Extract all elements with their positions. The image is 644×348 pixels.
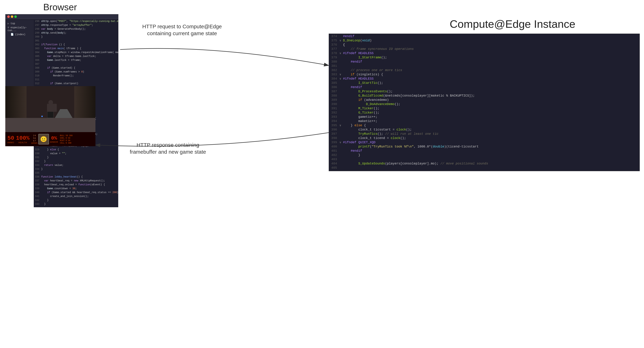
- browser-panel: ▷ top ▽ especially-cun... 📄 (index) 296 …: [5, 14, 118, 90]
- hud-bull-cur: 50: [66, 134, 68, 137]
- compute-line-389: 389 if (advancedemo): [329, 98, 640, 102]
- compute-line-394: 394 maketic++;: [329, 119, 640, 124]
- compute-line-404: 404 S_UpdateSounds(players[consoleplayer…: [329, 162, 640, 166]
- hud-face-emoji: 😐: [40, 136, 47, 143]
- code-line-340: 340 if (Game.started && heartbeat_req.st…: [34, 191, 118, 195]
- compute-line-397: 397 TryRunTics(); // will run at least o…: [329, 132, 640, 136]
- maximize-dot: [14, 15, 17, 18]
- hud-rckt-label: RCKT: [60, 139, 65, 142]
- code-line-311: 311: [34, 78, 118, 82]
- file-sidebar: ▷ top ▽ especially-cun... 📄 (index): [6, 20, 34, 90]
- hud-armor-value: 0%: [51, 135, 57, 141]
- hud-cell-label: CELL: [60, 142, 65, 144]
- hud-arms-section: 24 56 67 ARMS: [31, 134, 38, 144]
- compute-line-388: 388 G_BuildTiccmd(&netcmds[consoleplayer…: [329, 94, 640, 98]
- compute-line-395: 395 ∨ } else {: [329, 124, 640, 128]
- code-line-308: 308 if (Game.started) {: [34, 67, 118, 70]
- compute-edge-title: Compute@Edge Instance: [406, 18, 618, 30]
- hud-ammo-value: 50: [8, 135, 14, 141]
- code-line-337: 337 var heartbeat_req = new XMLHttpReque…: [34, 179, 118, 183]
- doom-scene: [5, 86, 96, 132]
- code-line-341: 341 create_and_join_session();: [34, 195, 118, 199]
- code-line-303: 303 function main( tframe ) {: [34, 47, 118, 51]
- browser-title: Browser: [32, 2, 88, 12]
- compute-line-378: 378 ∨ #ifndef HEADLESS: [329, 52, 640, 56]
- code-line-307: 307: [34, 63, 118, 67]
- compute-line-376: 376 {: [329, 43, 640, 47]
- code-line-304: 304 Game.stopMain = window.requestAnimat…: [34, 51, 118, 55]
- code-line-300: 300 }: [34, 35, 118, 39]
- code-line-298: 298 var body = GeneratePostBody();: [34, 28, 118, 32]
- doom-enemy: [47, 104, 57, 112]
- code-line-335: 335: [34, 172, 118, 175]
- minimize-dot: [11, 15, 13, 18]
- compute-line-402: 402 }: [329, 153, 640, 158]
- compute-line-405: 405: [329, 166, 640, 170]
- compute-line-401: 401 #endif: [329, 149, 640, 153]
- code-line-302: 302 if(function () {: [34, 43, 118, 47]
- code-line-330: 330 value = "";: [34, 152, 118, 156]
- code-line-336: 336 function lobby_heartbeat() {: [34, 175, 118, 179]
- hud-ammo-counts: BULL 50 200 SHEL 0 50 RCKT 0 50 CELL 0 3…: [60, 134, 73, 144]
- compute-line-393: 393 gametic++;: [329, 115, 640, 119]
- code-line-309: 309 if (Game.numFrames > 0): [34, 70, 118, 74]
- compute-line-374: 374 #endif: [329, 35, 640, 39]
- compute-line-400: 400 printf("TryRunTics took %f\n", 1000.…: [329, 145, 640, 149]
- close-dot: [7, 15, 10, 18]
- compute-line-386: 386 #endif: [329, 85, 640, 90]
- code-line-338: 338 heartbeat_req.onload = function(oEve…: [34, 183, 118, 187]
- sidebar-item-index: 📄 (index): [6, 32, 34, 37]
- code-line-301: 301: [34, 39, 118, 43]
- code-line-343: 343 }: [34, 203, 118, 207]
- compute-line-381: 381: [329, 64, 640, 69]
- hud-shel-label: SHEL: [60, 137, 65, 139]
- hud-bull-label: BULL: [60, 134, 65, 137]
- hud-arms-label: ARMS: [31, 142, 38, 144]
- browser-titlebar: [6, 14, 118, 19]
- compute-line-403: 403: [329, 158, 640, 162]
- http-response-label: HTTP response containingframebuffer and …: [124, 141, 212, 155]
- hud-health-value: 100%: [16, 135, 30, 141]
- doom-player-marker: [41, 116, 43, 117]
- hud-health-section: 100% HEALTH: [16, 135, 30, 144]
- code-line-296: 296 xhttp.open("POST", "https://especial…: [34, 20, 118, 24]
- code-line-299: 299 xhttp.send(body);: [34, 32, 118, 35]
- compute-line-396: 396 clock_t ticsstart = clock();: [329, 128, 640, 132]
- hud-armor-label: ARMOR: [50, 141, 58, 143]
- compute-line-391: 391 M_Ticker();: [329, 107, 640, 111]
- compute-code-area: 374 #endif 375 ∨ D_OneLoop(void) 376 { 3…: [329, 34, 640, 171]
- sidebar-item-especially: ▽ especially-cun...: [6, 26, 34, 32]
- code-line-332: 332 }: [34, 160, 118, 164]
- hud-ammo-label: AMMO: [8, 141, 14, 144]
- code-line-312: 312 if (Game.startpost): [34, 82, 118, 86]
- compute-line-398: 398 clock_t ticend = clock();: [329, 136, 640, 141]
- hud-arms-grid: 24 56 67: [33, 134, 36, 142]
- code-line-342: 342 }: [34, 199, 118, 203]
- code-line-297: 297 xhttp.responseType = "arraybuffer";: [34, 24, 118, 28]
- hud-face: 😐: [38, 134, 49, 144]
- code-line-306: 306 Game.lastTick = tframe;: [34, 59, 118, 63]
- hud-bull-max: 200: [69, 134, 73, 137]
- doom-hud: 50 AMMO 100% HEALTH 24 56 67 ARMS 😐 0% A…: [5, 132, 96, 146]
- hud-ammo-section: 50 AMMO: [8, 135, 14, 144]
- compute-line-379: 379 I_StartFrame();: [329, 56, 640, 60]
- code-line-339: 339 Game.countdown = 30;: [34, 187, 118, 191]
- doom-game-window: 50 AMMO 100% HEALTH 24 56 67 ARMS 😐 0% A…: [5, 86, 96, 146]
- compute-line-399: 399 ∨ #ifndef QUIET_XQD: [329, 141, 640, 145]
- hud-health-label: HEALTH: [18, 141, 27, 144]
- code-line-329: 329 } else {: [34, 148, 118, 152]
- compute-line-384: 384 ∨ #ifndef HEADLESS: [329, 77, 640, 81]
- compute-line-385: 385 I_StartTic();: [329, 81, 640, 85]
- code-line-305: 305 var delta = tframe-Game.lastTick;: [34, 55, 118, 59]
- compute-line-390: 390 D_DoAdvanceDemo();: [329, 102, 640, 107]
- code-line-334: 334 }: [34, 168, 118, 172]
- compute-line-375: 375 ∨ D_OneLoop(void): [329, 39, 640, 43]
- doom-enemy-head: [48, 100, 53, 105]
- sidebar-item-top: ▷ top: [6, 22, 34, 26]
- compute-line-380: 380 #endif: [329, 60, 640, 64]
- doom-floor: [5, 118, 96, 132]
- code-line-331: 331 }: [34, 156, 118, 160]
- compute-line-392: 392 G_Ticker();: [329, 111, 640, 115]
- compute-line-387: 387 D_ProcessEvents();: [329, 90, 640, 94]
- compute-line-382: 382 // process one or more tics: [329, 69, 640, 73]
